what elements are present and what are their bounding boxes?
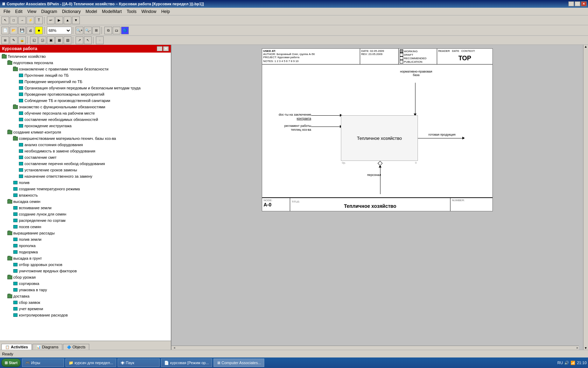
minimize-button[interactable]: _	[568, 1, 574, 6]
tree-item[interactable]: назначение ответственного за замену	[0, 173, 171, 179]
tree-item[interactable]: распределение по сортам	[0, 217, 171, 224]
extra-btn7[interactable]: ▦	[55, 36, 63, 44]
tree-item[interactable]: прополка	[0, 243, 171, 249]
taskbar-btn-games[interactable]: 🎮 Игры	[22, 359, 64, 367]
tree-item[interactable]: упаковка в тару	[0, 287, 171, 293]
squiggle-tool[interactable]: ⚡	[27, 16, 34, 24]
tree-item[interactable]: доставка	[0, 293, 171, 299]
zoom-select[interactable]: 68% 25% 50% 75% 100% 150% 200%	[47, 27, 71, 34]
tree-item[interactable]: полив	[0, 179, 171, 186]
zoom-out-button[interactable]: 🔍-	[84, 27, 92, 34]
menu-window[interactable]: Window	[139, 8, 159, 15]
panel-close[interactable]: ✕	[163, 46, 169, 51]
tree-item[interactable]: высадка семян	[0, 198, 171, 205]
tree-item[interactable]: совершенствование материально-технич. ба…	[0, 135, 171, 142]
color-button[interactable]: ■	[35, 27, 43, 34]
tree-item[interactable]: прохождение инструктажа	[0, 123, 171, 129]
tree-item[interactable]: уничтожение вредных факторов	[0, 268, 171, 274]
copy-diagram-button[interactable]: ⧉	[104, 27, 112, 34]
print-button[interactable]: 🖨	[27, 27, 34, 34]
menu-edit[interactable]: Edit	[13, 8, 24, 15]
tree-item[interactable]: Проведение мероприятий по ТБ	[0, 79, 171, 85]
tree-item[interactable]: обучение персонала на рабочем месте	[0, 110, 171, 116]
highlight-button[interactable]: 🔵	[121, 27, 129, 34]
extra-btn1[interactable]: ⊞	[1, 36, 9, 44]
h-scrollbar[interactable]: ◄ ►	[172, 346, 579, 350]
tab-diagrams[interactable]: 📊Diagrams	[33, 344, 62, 350]
taskbar-btn-kursach[interactable]: 📁 курсач для передел...	[65, 359, 116, 367]
tree-item[interactable]: выращивание рассады	[0, 230, 171, 236]
menu-diagram[interactable]: Diagram	[39, 8, 59, 15]
working-checkbox[interactable]	[400, 49, 403, 53]
taskbar-btn-kursovaya[interactable]: 📄 курсовая [Режим ор...	[161, 359, 212, 367]
menu-modelmart[interactable]: ModelMart	[100, 8, 124, 15]
tab-activities[interactable]: 📋Activities	[1, 344, 32, 350]
tree-item[interactable]: учет времени	[0, 306, 171, 312]
extra-btn9[interactable]: ↗	[76, 36, 83, 44]
taskbar-btn-bpwin[interactable]: 🖥 Computer Associates...	[214, 359, 264, 367]
right-panel[interactable]: USED AT: AUTHOR: Беэровный Олег, группа …	[172, 45, 583, 350]
restore-button[interactable]: □	[575, 1, 580, 6]
extra-btn4[interactable]: ◱	[30, 36, 38, 44]
right-scrollbar[interactable]: ▲ ▼	[583, 45, 588, 350]
tree-item[interactable]: вспхивание земли	[0, 205, 171, 211]
menu-model[interactable]: Model	[84, 8, 99, 15]
extra-btn2[interactable]: ✎	[10, 36, 18, 44]
tree-item[interactable]: Организация обучения передовым и безопас…	[0, 85, 171, 91]
panel-minimize[interactable]: _	[157, 46, 162, 51]
extra-btn3[interactable]: 🔒	[18, 36, 26, 44]
tree-item[interactable]: создание температурного режима	[0, 186, 171, 192]
start-button[interactable]: ⊞ Start	[1, 359, 21, 367]
fill-tool[interactable]: ▲	[64, 16, 71, 24]
tab-objects[interactable]: 🔷Objects	[63, 344, 89, 350]
tree-item[interactable]: составление смет	[0, 154, 171, 161]
taskbar-btn-spider[interactable]: 🕷 Паук	[118, 359, 160, 367]
open-button[interactable]: 📂	[10, 27, 18, 34]
tree-item[interactable]: сбор заявок	[0, 299, 171, 306]
redo-tool[interactable]: ▶	[55, 16, 63, 24]
tree-item[interactable]: влажность	[0, 192, 171, 198]
tree-item[interactable]: Тепличное хозяйство	[0, 53, 171, 60]
tree-item[interactable]: подготовка персонала	[0, 60, 171, 66]
main-activity-box[interactable]: Тепличное хозяйство	[341, 115, 418, 161]
menu-help[interactable]: Help	[159, 8, 172, 15]
arrow-tool[interactable]: →	[18, 16, 26, 24]
box-tool[interactable]: □	[10, 16, 18, 24]
model-button[interactable]: 🗂	[113, 27, 120, 34]
extra-btn10[interactable]: ↖	[84, 36, 92, 44]
tree-item[interactable]: создание лунок для семян	[0, 211, 171, 217]
zoom-in-button[interactable]: 🔍+	[76, 27, 83, 34]
tree-item[interactable]: посев семян	[0, 224, 171, 230]
tree-item[interactable]: составление необходимых обязанностей	[0, 116, 171, 123]
tree-item[interactable]: составление перечня необход оборудования	[0, 161, 171, 167]
tree-item[interactable]: высадка в грунт	[0, 255, 171, 261]
close-button[interactable]: ✕	[581, 1, 587, 6]
tree-item[interactable]: контролирование расходов	[0, 312, 171, 318]
tree-item[interactable]: сбор урожая	[0, 274, 171, 280]
tree-item[interactable]: ознакомление с правилами техники безопас…	[0, 66, 171, 72]
select-tool[interactable]: ↖	[1, 16, 9, 24]
extra-btn6[interactable]: ▣	[47, 36, 55, 44]
menu-dictionary[interactable]: Dictionary	[60, 8, 83, 15]
draft-checkbox[interactable]	[400, 53, 403, 56]
tree-item[interactable]: создание климат-контроля	[0, 129, 171, 135]
undo-tool[interactable]: ↩	[47, 16, 55, 24]
tree-item[interactable]: отбор здоровых ростков	[0, 261, 171, 268]
tree-container[interactable]: Тепличное хозяйствоподготовка персоналао…	[0, 53, 171, 341]
recommended-checkbox[interactable]	[400, 56, 403, 60]
extra-btn11[interactable]: ○	[96, 36, 104, 44]
tree-item[interactable]: Прочтение лекций по ТБ	[0, 72, 171, 79]
extra-btn5[interactable]: ◲	[38, 36, 46, 44]
tree-item[interactable]: анализ состояния оборудования	[0, 142, 171, 148]
tree-item[interactable]: подкормка	[0, 249, 171, 255]
menu-tools[interactable]: Tools	[125, 8, 139, 15]
new-button[interactable]: 📄	[1, 27, 9, 34]
tree-item[interactable]: Соблюдение ТБ и производственной санитар…	[0, 97, 171, 104]
tree-item[interactable]: знакомство с функциональными обязанностя…	[0, 104, 171, 110]
tree-item[interactable]: Проведение противопожарных мероприятий	[0, 91, 171, 97]
publication-checkbox[interactable]	[400, 60, 403, 63]
zoom-fit-button[interactable]: ⊞	[92, 27, 100, 34]
down-tool[interactable]: ▼	[72, 16, 80, 24]
text-tool[interactable]: T	[35, 16, 43, 24]
scroll-down[interactable]: ▼	[584, 346, 587, 350]
